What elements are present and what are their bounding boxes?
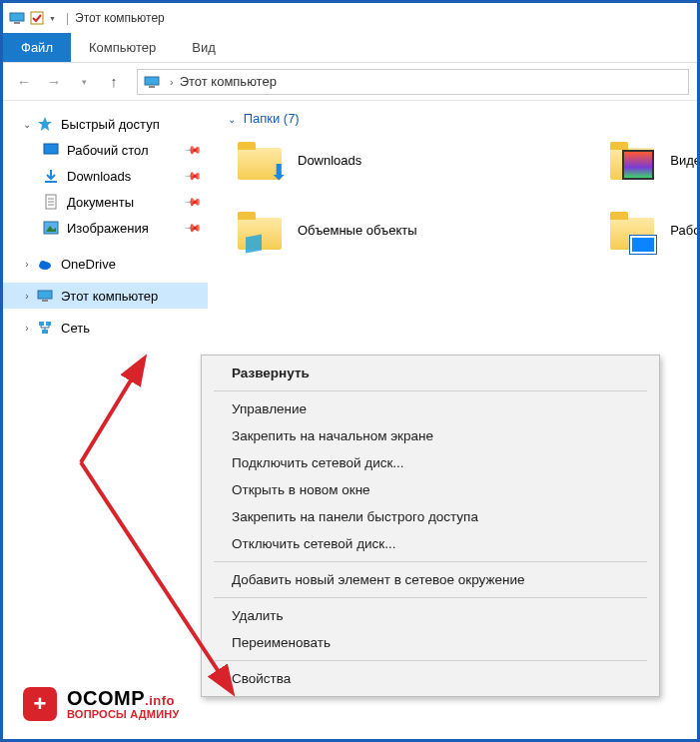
ctx-expand[interactable]: Развернуть: [204, 360, 657, 386]
sidebar-item-desktop[interactable]: Рабочий стол 📌: [3, 137, 208, 163]
ctx-properties[interactable]: Свойства: [204, 665, 657, 692]
sidebar-label: Сеть: [61, 321, 90, 336]
context-menu-separator: [214, 597, 647, 598]
folder-3d-objects[interactable]: Объемные объекты: [236, 206, 417, 254]
chevron-down-icon[interactable]: ⌄: [228, 114, 236, 125]
nav-up-button[interactable]: ↑: [101, 69, 127, 95]
folder-icon: [236, 206, 284, 254]
ctx-disconnect-drive[interactable]: Отключить сетевой диск...: [204, 530, 657, 557]
folder-icon: [608, 206, 656, 254]
sidebar-item-onedrive[interactable]: › OneDrive: [3, 251, 208, 277]
svg-marker-5: [38, 117, 52, 131]
chevron-right-icon[interactable]: ›: [21, 259, 33, 270]
folder-label: Объемные объекты: [298, 223, 417, 238]
folder-desktop[interactable]: Рабо: [608, 206, 700, 254]
cube-icon: [246, 235, 262, 254]
folder-icon: [608, 136, 656, 184]
quick-access-toolbar: ▼ |: [9, 10, 75, 26]
documents-icon: [43, 194, 59, 210]
network-icon: [37, 320, 53, 336]
title-bar: ▼ | Этот компьютер: [3, 3, 697, 33]
download-arrow-icon: ⬇: [270, 160, 288, 186]
folder-grid: ⬇ Downloads Объемные объекты: [220, 136, 697, 254]
folder-downloads[interactable]: ⬇ Downloads: [236, 136, 417, 184]
svg-rect-18: [42, 300, 48, 302]
pin-icon: 📌: [183, 166, 202, 185]
qat-dropdown-icon[interactable]: ▼: [49, 15, 56, 22]
address-bar[interactable]: › Этот компьютер: [137, 69, 689, 95]
pictures-icon: [43, 220, 59, 236]
pc-icon: [37, 288, 53, 304]
svg-rect-1: [14, 22, 20, 24]
nav-forward-button[interactable]: →: [41, 69, 67, 95]
watermark-tld: .info: [145, 693, 175, 708]
sidebar-label: Рабочий стол: [67, 143, 149, 158]
chevron-right-icon[interactable]: ›: [21, 323, 33, 334]
folder-label: Виде: [670, 153, 700, 168]
folder-label: Downloads: [298, 153, 361, 168]
svg-rect-20: [46, 322, 51, 326]
sidebar-item-downloads[interactable]: Downloads 📌: [3, 163, 208, 189]
watermark-subtitle: ВОПРОСЫ АДМИНУ: [67, 709, 180, 720]
sidebar-label: Документы: [67, 195, 134, 210]
sidebar-item-pictures[interactable]: Изображения 📌: [3, 215, 208, 241]
sidebar-label: OneDrive: [61, 257, 116, 272]
ctx-pin-quick-access[interactable]: Закрепить на панели быстрого доступа: [204, 503, 657, 530]
nav-back-button[interactable]: ←: [11, 69, 37, 95]
chevron-right-icon[interactable]: ›: [21, 291, 33, 302]
desktop-icon: [43, 142, 59, 158]
svg-rect-8: [45, 181, 57, 183]
sidebar-label: Этот компьютер: [61, 289, 158, 304]
svg-rect-3: [145, 77, 159, 85]
navigation-pane: ⌄ Быстрый доступ Рабочий стол 📌 Download…: [3, 101, 208, 739]
pin-icon: 📌: [183, 192, 202, 211]
ctx-pin-start[interactable]: Закрепить на начальном экране: [204, 422, 657, 449]
chevron-down-icon[interactable]: ⌄: [21, 119, 33, 130]
pin-icon: 📌: [183, 218, 202, 237]
plus-icon: +: [23, 687, 57, 721]
sidebar-label: Быстрый доступ: [61, 117, 160, 132]
folder-videos[interactable]: Виде: [608, 136, 700, 184]
context-menu-separator: [214, 390, 647, 391]
sidebar-item-quick-access[interactable]: ⌄ Быстрый доступ: [3, 111, 208, 137]
tab-file[interactable]: Файл: [3, 33, 71, 62]
pc-icon: [9, 10, 25, 26]
breadcrumb[interactable]: Этот компьютер: [180, 74, 277, 89]
sidebar-item-network[interactable]: › Сеть: [3, 315, 208, 341]
svg-point-16: [40, 261, 46, 267]
address-pc-icon: [144, 74, 160, 90]
sidebar-item-this-pc[interactable]: › Этот компьютер: [3, 283, 208, 309]
ribbon-tabs: Файл Компьютер Вид: [3, 33, 697, 63]
tab-view[interactable]: Вид: [174, 33, 234, 62]
chevron-right-icon[interactable]: ›: [170, 76, 174, 88]
ctx-delete[interactable]: Удалить: [204, 602, 657, 629]
folder-label: Рабо: [670, 223, 700, 238]
sidebar-label: Изображения: [67, 221, 149, 236]
screen-icon: [630, 236, 656, 254]
sidebar-item-documents[interactable]: Документы 📌: [3, 189, 208, 215]
folder-icon: ⬇: [236, 136, 284, 184]
sidebar-label: Downloads: [67, 169, 131, 184]
svg-rect-21: [42, 330, 48, 334]
ctx-rename[interactable]: Переименовать: [204, 629, 657, 656]
downloads-icon: [43, 168, 59, 184]
properties-qat-icon[interactable]: [29, 10, 45, 26]
folders-header-label: Папки (7): [244, 111, 300, 126]
svg-rect-17: [38, 291, 52, 299]
context-menu-separator: [214, 660, 647, 661]
tab-computer[interactable]: Компьютер: [71, 33, 174, 62]
ctx-open-new-window[interactable]: Открыть в новом окне: [204, 476, 657, 503]
svg-rect-6: [44, 144, 58, 154]
ctx-map-drive[interactable]: Подключить сетевой диск...: [204, 449, 657, 476]
ctx-add-network-location[interactable]: Добавить новый элемент в сетевое окружен…: [204, 566, 657, 593]
watermark: + OCOMP.info ВОПРОСЫ АДМИНУ: [23, 687, 180, 721]
watermark-brand: OCOMP: [67, 687, 145, 709]
folders-group-header[interactable]: ⌄ Папки (7): [220, 111, 697, 126]
svg-rect-2: [31, 12, 43, 24]
ctx-manage[interactable]: Управление: [204, 395, 657, 422]
context-menu: Развернуть Управление Закрепить на начал…: [201, 355, 660, 697]
pin-icon: 📌: [183, 140, 202, 159]
star-icon: [37, 116, 53, 132]
cloud-icon: [37, 256, 53, 272]
nav-recent-dropdown[interactable]: ▾: [71, 69, 97, 95]
